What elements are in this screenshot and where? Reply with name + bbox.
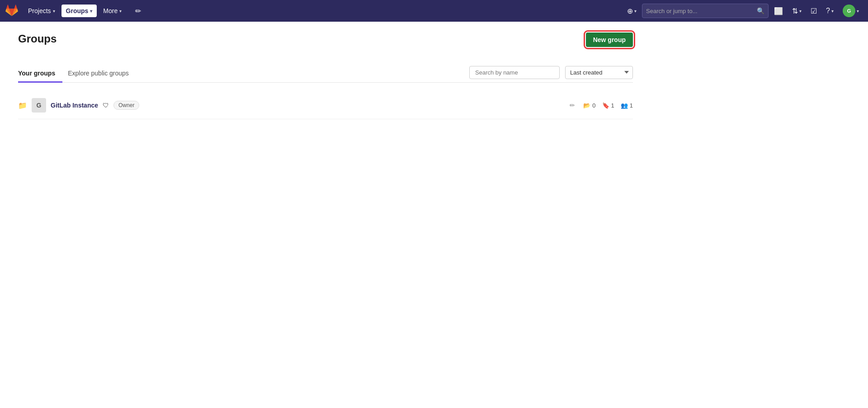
- groups-tabs: Your groups Explore public groups Last c…: [18, 65, 633, 83]
- members-stat-icon: 👥: [621, 102, 628, 109]
- tab-your-groups[interactable]: Your groups: [18, 65, 62, 83]
- gitlab-brand[interactable]: [5, 5, 18, 17]
- more-chevron-icon: ▾: [119, 9, 122, 14]
- projects-stat: 📂 0: [583, 102, 595, 109]
- table-row: 📁 G GitLab Instance 🛡 Owner ✏ 📂 0 🔖 1: [18, 92, 633, 119]
- folder-icon: 📁: [18, 101, 27, 110]
- group-name-link[interactable]: GitLab Instance: [51, 102, 98, 109]
- projects-stat-icon: 📂: [583, 102, 590, 109]
- page-content: Groups New group Your groups Explore pub…: [0, 22, 651, 130]
- issues-icon: ⬜: [774, 7, 783, 15]
- plus-icon: ⊕: [627, 7, 633, 15]
- group-list: 📁 G GitLab Instance 🛡 Owner ✏ 📂 0 🔖 1: [18, 92, 633, 119]
- todos-btn[interactable]: ☑: [807, 4, 821, 18]
- help-btn[interactable]: ? ▾: [822, 4, 837, 18]
- global-search-bar[interactable]: 🔍: [642, 4, 769, 18]
- global-search-input[interactable]: [646, 8, 754, 14]
- nav-projects[interactable]: Projects ▾: [24, 5, 60, 17]
- help-icon: ?: [826, 7, 830, 15]
- projects-chevron-icon: ▾: [53, 9, 55, 14]
- nav-more[interactable]: More ▾: [99, 5, 126, 17]
- group-row-left: 📁 G GitLab Instance 🛡 Owner: [18, 98, 568, 113]
- gitlab-logo-icon: [5, 5, 18, 17]
- page-title: Groups: [18, 33, 57, 45]
- mr-chevron-icon: ▾: [799, 9, 802, 14]
- global-search-icon[interactable]: 🔍: [757, 7, 764, 14]
- pencil-icon: ✏: [135, 7, 141, 15]
- shield-icon: 🛡: [103, 102, 109, 109]
- issues-icon-btn[interactable]: ⬜: [770, 4, 787, 18]
- page-header-row: Groups New group: [18, 33, 633, 54]
- group-avatar: G: [32, 98, 46, 113]
- nav-groups[interactable]: Groups ▾: [61, 5, 97, 17]
- create-new-button[interactable]: ⊕ ▾: [623, 4, 640, 18]
- pinned-nav-icon[interactable]: ✏: [132, 4, 145, 18]
- new-group-button[interactable]: New group: [586, 33, 633, 47]
- group-row-right: ✏ 📂 0 🔖 1 👥 1: [568, 100, 633, 111]
- edit-group-button[interactable]: ✏: [568, 100, 577, 111]
- merge-requests-btn[interactable]: ⇅ ▾: [788, 4, 805, 18]
- avatar-chevron-icon: ▾: [857, 9, 859, 14]
- search-by-name-input[interactable]: [469, 66, 560, 79]
- sort-select[interactable]: Last created Name: A-Z Name: Z-A Oldest …: [565, 66, 633, 79]
- members-stat: 👥 1: [621, 102, 633, 109]
- todo-icon: ☑: [811, 7, 817, 15]
- role-badge: Owner: [113, 101, 139, 110]
- merge-request-icon: ⇅: [792, 7, 798, 15]
- help-chevron-icon: ▾: [831, 9, 834, 14]
- tab-explore-public-groups[interactable]: Explore public groups: [68, 65, 136, 83]
- user-avatar-btn[interactable]: G ▾: [839, 2, 863, 20]
- navbar: Projects ▾ Groups ▾ More ▾ ✏ ⊕ ▾ 🔍 ⬜ ⇅ ▾…: [0, 0, 868, 22]
- create-chevron-icon: ▾: [634, 9, 637, 14]
- user-avatar: G: [843, 5, 855, 17]
- groups-chevron-icon: ▾: [90, 9, 92, 14]
- stars-stat-icon: 🔖: [602, 102, 609, 109]
- stars-stat: 🔖 1: [602, 102, 614, 109]
